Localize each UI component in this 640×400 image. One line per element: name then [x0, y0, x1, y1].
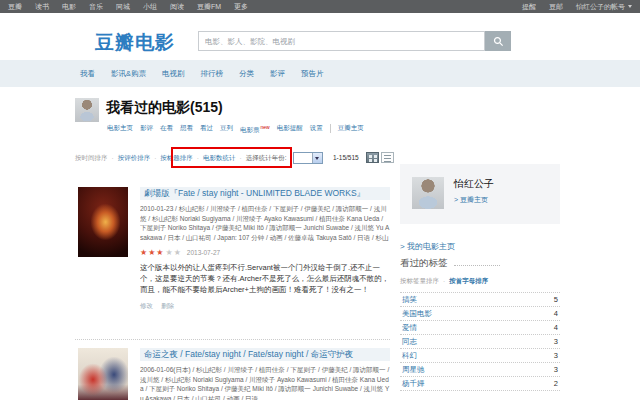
- sublink-douban-home[interactable]: 豆瓣主页: [330, 124, 364, 133]
- tag-count: 5: [554, 295, 558, 304]
- nav-item-chart[interactable]: 排行榜: [201, 69, 224, 79]
- movie-title-link[interactable]: 劇場版『Fate / stay night - UNLIMITED BLADE …: [140, 187, 390, 200]
- site-topbar: 豆瓣 读书 电影 音乐 同城 小组 阅读 豆瓣FM 更多 提醒 豆邮 怡红公子的…: [0, 0, 640, 13]
- tag-row: 周星驰 3: [400, 362, 560, 376]
- chevron-down-icon: [628, 5, 632, 8]
- my-movie-home-link[interactable]: > 我的电影主页: [400, 241, 455, 252]
- nav-item-mine[interactable]: 我看: [80, 69, 95, 79]
- movie-rating-row: ★★★ ★★ 2013-07-27: [140, 248, 390, 257]
- tag-link[interactable]: 美国电影: [402, 309, 432, 319]
- tag-row: 科幻 3: [400, 348, 560, 362]
- tag-list: 搞笑 5 美国电影 4 爱情 4 同志 3 科幻 3 周星驰 3 杨千嬅 2: [400, 292, 560, 391]
- tag-count: 4: [554, 309, 558, 318]
- delete-link[interactable]: 删除: [161, 302, 174, 311]
- movie-info: 2010-01-23 / 杉山纪彰 / 川澄绫子 / 植田佳奈 / 下屋则子 /…: [140, 204, 390, 243]
- tag-count: 3: [554, 337, 558, 346]
- sort-filter-bar: 按时间排序 按评价排序 按标题排序 电影数统计 选择统计年份:: [75, 152, 323, 164]
- movie-channel-nav: 我看 影讯&购票 电视剧 排行榜 分类 影评 预告片: [0, 60, 640, 87]
- topbar-item-movies[interactable]: 电影: [62, 2, 76, 12]
- tag-link[interactable]: 周星驰: [402, 365, 425, 375]
- separator-dot: [240, 155, 242, 162]
- stats-year-label: 选择统计年份:: [246, 154, 287, 163]
- movie-item: 命运之夜 / Fate/stay night / Fate/stay night…: [140, 348, 390, 400]
- account-menu[interactable]: 怡红公子的帐号: [576, 2, 632, 12]
- tag-link[interactable]: 科幻: [402, 351, 417, 361]
- tickets-label: 电影票: [240, 126, 260, 133]
- topbar-item-events[interactable]: 同城: [116, 2, 130, 12]
- sublink-doulist[interactable]: 豆列: [220, 124, 233, 133]
- search-icon: [493, 36, 504, 47]
- nav-item-tags[interactable]: 分类: [239, 69, 254, 79]
- list-view-icon[interactable]: [381, 152, 394, 163]
- tag-row: 美国电影 4: [400, 306, 560, 320]
- separator-dot: [197, 155, 199, 162]
- topbar-user-area: 提醒 豆邮 怡红公子的帐号: [522, 2, 632, 12]
- chevron-down-icon: [312, 153, 322, 163]
- movie-comment: 这个版本以外的让人蛋疼到不行.Servant被一个门外汉给干倒了.还不止一个，这…: [140, 262, 390, 295]
- rating-stars-filled: ★★★: [140, 248, 165, 257]
- user-movie-sublinks: 电影主页 影评 在看 想看 看过 豆列 电影票new 电影提醒 设置 豆瓣主页: [107, 124, 364, 135]
- movie-info: 2006-01-06(日本) / 杉山纪彰 / 川澄绫子 / 植田佳奈 / 下屋…: [140, 365, 390, 400]
- tag-link[interactable]: 杨千嬅: [402, 379, 425, 389]
- douban-movie-logo[interactable]: 豆瓣电影: [95, 30, 175, 56]
- sublink-reviews[interactable]: 影评: [140, 124, 153, 133]
- avatar[interactable]: [75, 98, 99, 122]
- tag-count: 4: [554, 323, 558, 332]
- nav-item-trailer[interactable]: 预告片: [301, 69, 324, 79]
- sort-by-title[interactable]: 按标题排序: [160, 154, 193, 163]
- nav-item-showtimes[interactable]: 影讯&购票: [111, 69, 146, 79]
- sublink-watched[interactable]: 看过: [200, 124, 213, 133]
- tag-sort-by-alpha[interactable]: 按首字母排序: [449, 277, 488, 286]
- topbar-item-music[interactable]: 音乐: [89, 2, 103, 12]
- topbar-item-books[interactable]: 读书: [35, 2, 49, 12]
- nav-item-tv[interactable]: 电视剧: [162, 69, 185, 79]
- topbar-item-groups[interactable]: 小组: [143, 2, 157, 12]
- movie-title-link[interactable]: 命运之夜 / Fate/stay night / Fate/stay night…: [140, 348, 390, 361]
- nav-item-review[interactable]: 影评: [270, 69, 285, 79]
- stats-year-select[interactable]: [293, 152, 323, 164]
- tag-sort-bar: 按标签量排序 按首字母排序: [400, 277, 488, 286]
- topbar-item-reading[interactable]: 阅读: [170, 2, 184, 12]
- tag-row: 爱情 4: [400, 320, 560, 334]
- search-button[interactable]: [485, 31, 511, 51]
- page-title: 我看过的电影(515): [106, 99, 223, 117]
- user-profile-link[interactable]: > 豆瓣主页: [454, 195, 488, 205]
- grid-view-icon[interactable]: [366, 152, 379, 163]
- pagination-range: 1-15/515: [333, 154, 359, 161]
- tag-link[interactable]: 搞笑: [402, 295, 417, 305]
- sublink-movie-home[interactable]: 电影主页: [107, 124, 133, 133]
- movie-poster[interactable]: [78, 187, 128, 257]
- rating-stars-empty: ★★: [166, 248, 182, 257]
- doumail-link[interactable]: 豆邮: [549, 2, 563, 12]
- movie-stats-link[interactable]: 电影数统计: [203, 154, 236, 163]
- avatar[interactable]: [412, 177, 444, 209]
- user-name-link[interactable]: 怡红公子: [454, 177, 494, 191]
- separator-dot: [443, 278, 445, 285]
- watched-tags-header: 看过的标签: [400, 257, 500, 270]
- search-input[interactable]: [198, 31, 485, 51]
- separator-dot: [112, 155, 114, 162]
- sublink-watching[interactable]: 在看: [160, 124, 173, 133]
- edit-link[interactable]: 修改: [140, 302, 153, 311]
- topbar-item-douban[interactable]: 豆瓣: [8, 2, 22, 12]
- user-card: 怡红公子 > 豆瓣主页: [400, 164, 560, 224]
- sort-by-rating[interactable]: 按评价排序: [118, 154, 151, 163]
- movie-actions: 修改 删除: [140, 302, 390, 311]
- movie-item: 劇場版『Fate / stay night - UNLIMITED BLADE …: [140, 187, 390, 311]
- tag-row: 搞笑 5: [400, 292, 560, 306]
- sublink-wish[interactable]: 想看: [180, 124, 193, 133]
- topbar-item-more[interactable]: 更多: [234, 2, 248, 12]
- separator-dot: [154, 155, 156, 162]
- sublink-tickets[interactable]: 电影票new: [240, 124, 270, 135]
- tag-sort-by-count[interactable]: 按标签量排序: [400, 277, 439, 286]
- topbar-item-fm[interactable]: 豆瓣FM: [197, 2, 221, 12]
- sublink-settings[interactable]: 设置: [310, 124, 323, 133]
- tag-link[interactable]: 同志: [402, 337, 417, 347]
- tag-link[interactable]: 爱情: [402, 323, 417, 333]
- notifications-link[interactable]: 提醒: [522, 2, 536, 12]
- new-badge: new: [261, 124, 270, 130]
- douban-movie-page: 豆瓣 读书 电影 音乐 同城 小组 阅读 豆瓣FM 更多 提醒 豆邮 怡红公子的…: [0, 0, 640, 400]
- sort-by-time[interactable]: 按时间排序: [75, 154, 108, 163]
- sublink-movie-alerts[interactable]: 电影提醒: [277, 124, 303, 133]
- movie-poster[interactable]: [78, 348, 128, 400]
